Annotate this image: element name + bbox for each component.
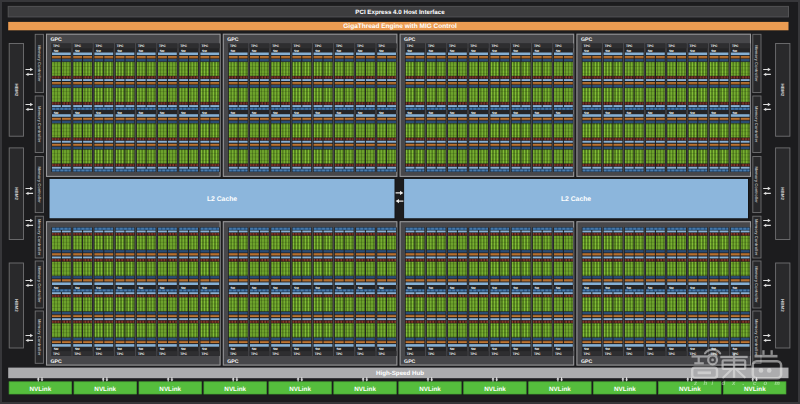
svg-text:SM: SM xyxy=(337,347,342,351)
svg-text:SM: SM xyxy=(273,347,278,351)
svg-text:TPC: TPC xyxy=(159,44,166,48)
svg-text:TPC: TPC xyxy=(251,352,258,356)
svg-text:SM: SM xyxy=(202,286,207,290)
svg-text:GPC: GPC xyxy=(227,37,238,43)
svg-text:TPC: TPC xyxy=(407,44,414,48)
svg-text:NVLink: NVLink xyxy=(29,386,51,393)
svg-text:SM: SM xyxy=(429,347,434,351)
svg-text:TPC: TPC xyxy=(74,44,81,48)
svg-text:Memory Controller: Memory Controller xyxy=(754,219,759,256)
svg-text:TPC: TPC xyxy=(378,44,385,48)
svg-text:SM: SM xyxy=(160,49,165,53)
svg-text:NVLink: NVLink xyxy=(614,386,636,393)
svg-text:TPC: TPC xyxy=(647,44,654,48)
svg-text:SM: SM xyxy=(181,286,186,290)
svg-text:TPC: TPC xyxy=(492,352,499,356)
svg-text:SM: SM xyxy=(450,286,455,290)
svg-text:TPC: TPC xyxy=(690,44,697,48)
svg-text:TPC: TPC xyxy=(407,352,414,356)
svg-text:L2 Cache: L2 Cache xyxy=(561,196,591,203)
svg-text:L2 Cache: L2 Cache xyxy=(207,196,237,203)
svg-text:SM: SM xyxy=(711,286,716,290)
svg-text:SM: SM xyxy=(54,49,59,53)
svg-text:d: d xyxy=(722,380,726,387)
svg-text:SM: SM xyxy=(605,111,610,115)
svg-text:SM: SM xyxy=(252,49,257,53)
svg-text:SM: SM xyxy=(75,286,80,290)
svg-text:SM: SM xyxy=(733,347,738,351)
svg-text:Memory Controller: Memory Controller xyxy=(754,166,759,203)
svg-text:TPC: TPC xyxy=(513,44,520,48)
svg-text:HBM2: HBM2 xyxy=(14,299,19,312)
svg-text:SM: SM xyxy=(252,286,257,290)
svg-text:SM: SM xyxy=(139,111,144,115)
svg-text:Memory Controller: Memory Controller xyxy=(37,266,42,303)
svg-text:SM: SM xyxy=(273,286,278,290)
svg-text:SM: SM xyxy=(513,111,518,115)
svg-text:TPC: TPC xyxy=(357,44,364,48)
svg-text:TPC: TPC xyxy=(732,44,739,48)
svg-text:SM: SM xyxy=(202,111,207,115)
svg-text:TPC: TPC xyxy=(428,44,435,48)
svg-text:SM: SM xyxy=(584,111,589,115)
svg-text:SM: SM xyxy=(584,347,589,351)
svg-text:NVLink: NVLink xyxy=(354,386,376,393)
svg-text:TPC: TPC xyxy=(180,352,187,356)
svg-text:TPC: TPC xyxy=(378,352,385,356)
svg-text:SM: SM xyxy=(54,111,59,115)
svg-text:SM: SM xyxy=(379,49,384,53)
svg-text:SM: SM xyxy=(471,286,476,290)
svg-text:SM: SM xyxy=(471,49,476,53)
svg-text:TPC: TPC xyxy=(294,352,301,356)
svg-text:SM: SM xyxy=(690,111,695,115)
svg-text:Memory Controller: Memory Controller xyxy=(37,219,42,256)
svg-text:GPC: GPC xyxy=(404,37,415,43)
svg-text:NVLink: NVLink xyxy=(484,386,506,393)
svg-text:SM: SM xyxy=(690,49,695,53)
svg-text:SM: SM xyxy=(117,111,122,115)
svg-text:SM: SM xyxy=(273,49,278,53)
svg-text:SM: SM xyxy=(315,111,320,115)
svg-text:SM: SM xyxy=(315,286,320,290)
svg-text:SM: SM xyxy=(733,286,738,290)
svg-text:SM: SM xyxy=(669,286,674,290)
svg-text:SM: SM xyxy=(379,111,384,115)
svg-text:o: o xyxy=(764,381,768,387)
svg-text:SM: SM xyxy=(733,111,738,115)
svg-text:GPC: GPC xyxy=(227,359,238,365)
svg-text:SM: SM xyxy=(669,347,674,351)
svg-text:SM: SM xyxy=(429,286,434,290)
svg-text:SM: SM xyxy=(96,49,101,53)
svg-text:TPC: TPC xyxy=(230,352,237,356)
svg-text:SM: SM xyxy=(407,111,412,115)
svg-text:SM: SM xyxy=(669,111,674,115)
svg-text:TPC: TPC xyxy=(584,352,591,356)
svg-text:NVLink: NVLink xyxy=(224,386,246,393)
svg-text:Memory Controller: Memory Controller xyxy=(754,319,759,356)
svg-text:SM: SM xyxy=(117,286,122,290)
svg-text:SM: SM xyxy=(605,49,610,53)
svg-text:SM: SM xyxy=(669,49,674,53)
svg-text:TPC: TPC xyxy=(96,352,103,356)
svg-text:SM: SM xyxy=(96,111,101,115)
svg-text:SM: SM xyxy=(733,49,738,53)
svg-text:SM: SM xyxy=(54,347,59,351)
svg-text:SM: SM xyxy=(556,111,561,115)
svg-text:TPC: TPC xyxy=(647,352,654,356)
svg-text:SM: SM xyxy=(648,347,653,351)
svg-text:TPC: TPC xyxy=(53,352,60,356)
svg-text:SM: SM xyxy=(535,111,540,115)
svg-text:SM: SM xyxy=(96,347,101,351)
svg-text:TPC: TPC xyxy=(711,44,718,48)
svg-text:TPC: TPC xyxy=(668,44,675,48)
svg-text:SM: SM xyxy=(358,49,363,53)
svg-text:Memory Controller: Memory Controller xyxy=(37,319,42,356)
svg-text:TPC: TPC xyxy=(53,44,60,48)
svg-text:SM: SM xyxy=(513,286,518,290)
svg-text:GPC: GPC xyxy=(51,37,62,43)
svg-text:SM: SM xyxy=(181,111,186,115)
svg-text:TPC: TPC xyxy=(605,44,612,48)
svg-text:SM: SM xyxy=(407,49,412,53)
svg-text:SM: SM xyxy=(294,111,299,115)
svg-text:SM: SM xyxy=(627,347,632,351)
